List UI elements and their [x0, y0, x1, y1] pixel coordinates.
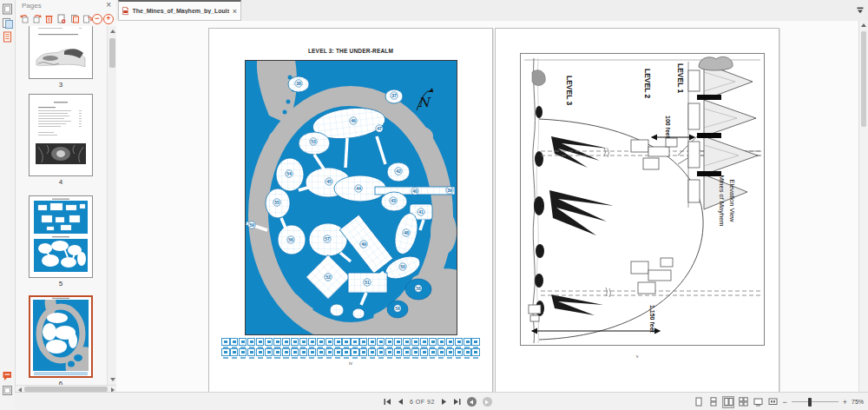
- new-page-icon[interactable]: [56, 14, 66, 23]
- tab-list-menu-icon[interactable]: [857, 7, 864, 14]
- legend-symbol: [221, 338, 229, 347]
- thumbnail-canvas[interactable]: [29, 94, 93, 176]
- pages-panel: Pages × − +: [16, 0, 117, 392]
- delete-page-icon[interactable]: [44, 14, 54, 23]
- thumbnails-zoom-out-button[interactable]: −: [92, 14, 102, 24]
- room-number: 49: [361, 241, 366, 247]
- legend-symbol: [247, 348, 255, 358]
- pages-panel-close-button[interactable]: ×: [106, 0, 111, 10]
- rotate-left-icon[interactable]: [20, 14, 30, 23]
- legend-symbol: [273, 338, 281, 347]
- page-right-elevation: LEVEL 3 LEVEL 2 LEVEL 1 100 feet 1,150 f…: [495, 28, 779, 397]
- legend-symbol: [411, 338, 419, 347]
- slideshow-button[interactable]: [767, 397, 778, 407]
- thumbnail-canvas[interactable]: [29, 195, 93, 278]
- previous-view-button[interactable]: [467, 397, 477, 407]
- scroll-down-arrow[interactable]: [110, 378, 115, 381]
- thumbnail-canvas-selected[interactable]: [29, 295, 93, 378]
- properties-panel-icon[interactable]: [2, 385, 13, 396]
- bookmarks-panel-icon[interactable]: [2, 17, 13, 29]
- document-tab[interactable]: The_Mines_of_Mayhem_by_Louis_Kahn ×: [118, 0, 241, 21]
- thumbnail-page-3[interactable]: 3: [29, 26, 93, 89]
- thumbnail-page-6[interactable]: 6: [29, 295, 93, 385]
- room-number: 58: [395, 306, 400, 311]
- thumbnail-page-number: 3: [29, 79, 93, 89]
- pages-panel-icon[interactable]: [2, 3, 13, 15]
- legend-symbol: [429, 338, 437, 347]
- legend-symbol: [265, 348, 273, 358]
- rotate-right-icon[interactable]: [32, 14, 42, 23]
- thumbnail-page-5[interactable]: 5: [29, 195, 93, 288]
- caption-line-2: Elevation View: [728, 179, 736, 222]
- document-vertical-scrollbar[interactable]: [858, 21, 868, 392]
- page3-preview: [30, 26, 92, 78]
- scrollbar-thumb[interactable]: [109, 38, 115, 68]
- previous-page-icon[interactable]: [398, 398, 404, 406]
- view-controls: − + 75%: [694, 393, 864, 410]
- level3-map: 3738394041424344454647484950515253545556…: [245, 60, 457, 335]
- zoom-slider-track[interactable]: [792, 401, 838, 402]
- zoom-in-button[interactable]: +: [843, 398, 847, 407]
- room-number: 37: [391, 93, 397, 98]
- legend-symbol: [308, 348, 316, 358]
- first-page-icon[interactable]: [384, 398, 391, 406]
- room-number: 54: [286, 171, 292, 176]
- replace-page-icon[interactable]: [82, 14, 92, 23]
- page-number-v: v: [496, 354, 779, 359]
- slideshow-icon: [768, 398, 778, 407]
- legend-row: [221, 348, 480, 359]
- legend-symbol: [317, 338, 325, 347]
- legend-symbol: [299, 338, 307, 347]
- two-page-continuous-icon: [739, 397, 748, 407]
- last-page-icon[interactable]: [453, 398, 461, 406]
- tab-close-button[interactable]: ×: [233, 7, 237, 16]
- room-number: 42: [396, 169, 401, 174]
- two-page-continuous-view-button[interactable]: [738, 397, 748, 407]
- room-number: 53: [311, 139, 316, 144]
- status-bar: 6 OF 92: [15, 392, 868, 410]
- room-number: 59: [249, 222, 254, 228]
- legend-symbol: [282, 338, 290, 347]
- legend-symbol: [326, 338, 333, 347]
- full-screen-button[interactable]: [753, 397, 763, 407]
- thumbnail-page-number: 5: [29, 278, 93, 288]
- level1-label: LEVEL 1: [676, 63, 685, 94]
- zoom-slider[interactable]: [792, 397, 838, 407]
- legend-symbol: [230, 348, 238, 358]
- legend-symbol: [411, 348, 419, 358]
- legend-symbol: [221, 348, 229, 358]
- two-page-view-button[interactable]: [723, 397, 733, 407]
- legend-symbol: [464, 348, 471, 358]
- legend-symbol: [394, 348, 402, 358]
- zoom-slider-thumb[interactable]: [808, 398, 812, 407]
- legend-symbol: [420, 338, 428, 347]
- legend-symbol: [377, 348, 385, 358]
- attachments-panel-icon[interactable]: [2, 31, 13, 43]
- zoom-out-button[interactable]: −: [782, 398, 786, 407]
- previous-view-icon: [469, 400, 474, 405]
- comments-panel-icon[interactable]: [2, 370, 13, 381]
- thumbnail-canvas[interactable]: [29, 26, 93, 79]
- legend-symbol: [256, 338, 264, 347]
- thumbnails-zoom-in-button[interactable]: +: [103, 14, 114, 24]
- continuous-view-button[interactable]: [708, 397, 719, 407]
- single-page-view-button[interactable]: [694, 397, 704, 407]
- extract-page-icon[interactable]: [70, 14, 80, 23]
- legend-symbol: [403, 348, 411, 358]
- legend-symbol: [282, 348, 290, 358]
- legend-symbol: [377, 338, 385, 347]
- scroll-up-arrow[interactable]: [861, 23, 866, 27]
- legend-symbol: [239, 348, 247, 358]
- scrollbar-thumb[interactable]: [861, 31, 866, 127]
- zoom-percent[interactable]: 75%: [852, 399, 864, 405]
- room-number: 48: [404, 230, 409, 235]
- legend-symbol: [394, 338, 402, 347]
- map-legend: [221, 338, 480, 359]
- next-page-icon[interactable]: [441, 398, 447, 406]
- next-view-button[interactable]: [483, 397, 492, 407]
- thumbnail-page-4[interactable]: 4: [29, 94, 93, 186]
- legend-symbol: [239, 338, 247, 347]
- scroll-up-arrow[interactable]: [110, 30, 115, 33]
- page-indicator[interactable]: 6 OF 92: [410, 399, 435, 405]
- room-number: 55: [274, 200, 279, 205]
